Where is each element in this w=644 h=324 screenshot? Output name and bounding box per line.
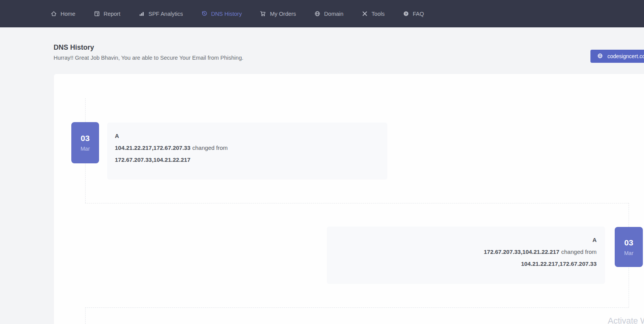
nav-item-my-orders[interactable]: My Orders	[260, 10, 296, 17]
change-line: 104.21.22.217,172.67.207.33changed from	[115, 144, 379, 151]
date-day: 03	[81, 134, 89, 143]
nav-item-spf-analytics[interactable]: SPF Analytics	[138, 10, 183, 17]
changed-from-text: changed from	[561, 248, 597, 255]
nav-item-report[interactable]: Report	[94, 10, 121, 17]
nav-item-home[interactable]: Home	[50, 10, 76, 17]
home-icon	[50, 10, 57, 17]
nav-label: FAQ	[413, 11, 424, 17]
nav-label: Tools	[372, 11, 385, 17]
old-value: 104.21.22.217,172.67.207.33	[521, 260, 597, 267]
cart-icon	[260, 10, 266, 17]
page-title: DNS History	[54, 44, 94, 52]
nav-item-faq[interactable]: ? FAQ	[403, 10, 424, 17]
old-value-line: 172.67.207.33,104.21.22.217	[115, 156, 379, 163]
dns-change-card: A 104.21.22.217,172.67.207.33changed fro…	[107, 123, 387, 180]
dns-change-card: A 172.67.207.33,104.21.22.217changed fro…	[327, 227, 605, 284]
new-value: 172.67.207.33,104.21.22.217	[484, 248, 559, 255]
nav-item-domain[interactable]: Domain	[314, 10, 343, 17]
top-navbar: Home Report SPF Analytics DNS History My…	[0, 0, 644, 27]
date-month: Mar	[624, 250, 633, 256]
timeline-connector-vertical	[85, 307, 86, 324]
domain-button[interactable]: codesigncert.co	[590, 50, 644, 63]
content-panel: 03 Mar A 104.21.22.217,172.67.207.33chan…	[54, 74, 644, 324]
history-icon	[201, 10, 208, 17]
date-day: 03	[624, 238, 633, 247]
changed-from-text: changed from	[192, 144, 228, 151]
page-subtitle: Hurray!! Great Job Bhavin, You are able …	[54, 55, 243, 61]
old-value-line: 104.21.22.217,172.67.207.33	[335, 260, 597, 267]
globe-icon	[314, 10, 321, 17]
nav-item-tools[interactable]: Tools	[362, 10, 385, 17]
report-icon	[94, 10, 100, 17]
date-month: Mar	[81, 146, 90, 152]
record-type: A	[335, 237, 597, 243]
nav-label: Domain	[324, 11, 343, 17]
timeline-date-badge: 03 Mar	[615, 227, 643, 267]
question-icon: ?	[403, 10, 409, 17]
old-value: 172.67.207.33,104.21.22.217	[115, 156, 190, 163]
timeline-connector-horizontal	[85, 307, 629, 308]
nav-label: Home	[61, 11, 76, 17]
domain-button-label: codesigncert.co	[607, 53, 644, 59]
bar-chart-icon	[138, 10, 145, 17]
svg-text:?: ?	[405, 12, 407, 16]
nav-label: My Orders	[270, 11, 296, 17]
nav-label: SPF Analytics	[148, 11, 183, 17]
new-value: 104.21.22.217,172.67.207.33	[115, 144, 190, 151]
activate-watermark: Activate Wi	[608, 316, 644, 324]
nav-label: DNS History	[211, 11, 242, 17]
nav-item-dns-history[interactable]: DNS History	[201, 10, 242, 17]
tools-icon	[362, 10, 368, 17]
change-line: 172.67.207.33,104.21.22.217changed from	[335, 248, 597, 255]
nav-label: Report	[104, 11, 121, 17]
globe-icon	[597, 53, 603, 60]
timeline-connector-horizontal	[85, 203, 629, 203]
timeline-date-badge: 03 Mar	[71, 122, 99, 163]
record-type: A	[115, 133, 379, 139]
